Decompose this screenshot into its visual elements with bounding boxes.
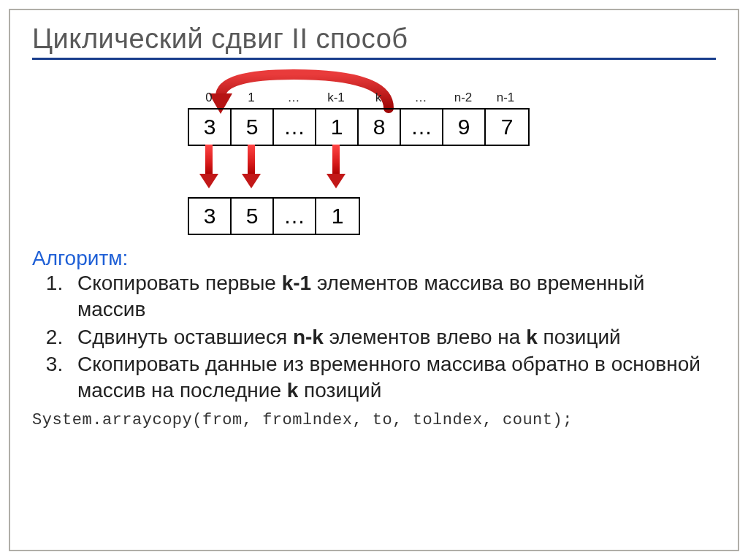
source-array: 3 5 … 1 8 … 9 7 — [188, 108, 530, 146]
down-arrow-icon — [201, 145, 217, 188]
cell: 7 — [486, 110, 528, 145]
step-2: Сдвинуть оставшиеся n-k элементов влево … — [69, 324, 716, 350]
cell: 5 — [232, 199, 274, 234]
bold-k: k — [526, 326, 538, 348]
cell: … — [401, 110, 443, 145]
text: позиций — [538, 326, 621, 348]
bold-k: k — [287, 379, 299, 402]
cell: 1 — [316, 199, 359, 234]
cell: 5 — [232, 110, 274, 145]
cell: … — [274, 110, 316, 145]
slide-frame: Циклический сдвиг II способ 0 1 … k-1 k … — [9, 9, 739, 551]
index-row: 0 1 … k-1 k … n-2 n-1 — [188, 91, 527, 105]
cell: 1 — [316, 110, 359, 145]
cell: 3 — [189, 110, 232, 145]
step-1: Скопировать первые k-1 элементов массива… — [69, 270, 716, 323]
idx: 1 — [230, 91, 272, 105]
idx: n-1 — [484, 91, 527, 105]
cell: 8 — [359, 110, 401, 145]
slide-title: Циклический сдвиг II способ — [32, 23, 716, 55]
bold-k-1: k-1 — [282, 272, 311, 294]
idx: k — [357, 91, 400, 105]
idx: n-2 — [442, 91, 484, 105]
idx: … — [400, 91, 442, 105]
idx: 0 — [188, 91, 230, 105]
copy-arrows — [188, 145, 357, 188]
diagram-area: 0 1 … k-1 k … n-2 n-1 3 5 … 1 8 … 9 7 3 — [155, 73, 593, 241]
down-arrow-icon — [243, 145, 259, 188]
code-line: System.arraycopy(from, fromlndex, to, to… — [32, 411, 716, 429]
text: элементов влево на — [324, 326, 526, 348]
idx: k-1 — [315, 91, 357, 105]
cell: … — [274, 199, 316, 234]
temp-array: 3 5 … 1 — [188, 197, 360, 235]
cell: 9 — [443, 110, 486, 145]
text: Сдвинуть оставшиеся — [77, 326, 293, 348]
text: Скопировать данные из временного массива… — [77, 353, 701, 402]
algorithm-heading: Алгоритм: — [32, 247, 716, 270]
text: Скопировать первые — [77, 272, 282, 294]
idx: … — [272, 91, 315, 105]
cell: 3 — [189, 199, 232, 234]
step-3: Скопировать данные из временного массива… — [69, 351, 716, 404]
down-arrow-icon — [328, 145, 344, 188]
algorithm-list: Скопировать первые k-1 элементов массива… — [32, 270, 716, 404]
text: позиций — [298, 379, 381, 402]
bold-n-k: n-k — [293, 326, 324, 348]
